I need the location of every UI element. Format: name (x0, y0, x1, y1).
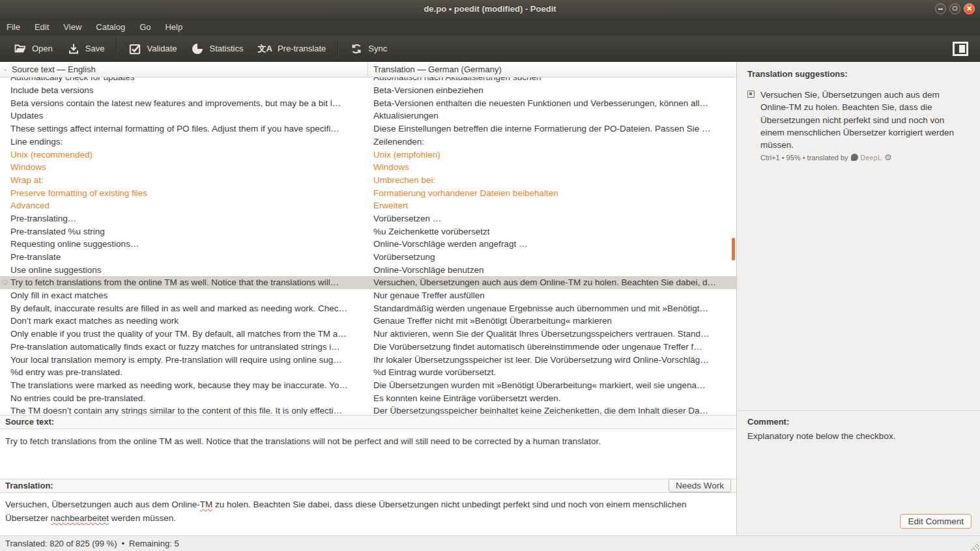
source-cell: Only fill in exact matches (10, 289, 368, 302)
translation-cell: Ihr lokaler Übersetzungsspeicher ist lee… (368, 354, 736, 367)
row-marker (0, 135, 10, 148)
translation-cell: Es konnten keine Einträge vorübersetzt w… (368, 392, 736, 405)
row-marker (0, 251, 10, 264)
menu-help[interactable]: Help (158, 18, 190, 36)
table-row[interactable]: The translations were marked as needing … (0, 379, 736, 392)
table-row[interactable]: Wrap at:Umbrechen bei: (0, 174, 736, 187)
close-button[interactable]: ✕ (964, 3, 975, 14)
source-cell: Preserve formatting of existing files (10, 187, 368, 200)
menu-go[interactable]: Go (132, 18, 158, 36)
source-cell: Beta versions contain the latest new fea… (10, 97, 368, 110)
translation-cell: Unix (empfohlen) (368, 148, 736, 162)
vertical-scrollbar-thumb[interactable] (732, 238, 735, 261)
row-marker (0, 161, 10, 174)
table-row[interactable]: UpdatesAktualisierungen (0, 109, 736, 122)
open-button[interactable]: Open (7, 39, 60, 59)
marker-column-header[interactable]: · (0, 64, 10, 74)
table-row[interactable]: Only enable if you trust the quality of … (0, 328, 736, 341)
source-cell: Your local translation memory is empty. … (10, 354, 368, 367)
table-row[interactable]: Pre-translated %u string%u Zeichenkette … (0, 225, 736, 238)
table-row[interactable]: %d entry was pre-translated.%d Eintrag w… (0, 366, 736, 379)
row-marker (0, 199, 10, 212)
row-marker (0, 78, 10, 84)
suggestions-panel: Translation suggestions: Versuchen Sie, … (737, 62, 980, 411)
statusbar: Translated: 820 of 825 (99 %) • Remainin… (0, 535, 980, 551)
source-cell: Don’t mark exact matches as needing work (10, 315, 368, 328)
source-cell: Requesting online suggestions… (10, 238, 368, 251)
table-row[interactable]: Your local translation memory is empty. … (0, 354, 736, 367)
maximize-button[interactable] (949, 3, 960, 14)
suggestion-item[interactable]: Versuchen Sie, Übersetzungen auch aus de… (747, 89, 971, 162)
menu-edit[interactable]: Edit (27, 18, 56, 36)
deepl-provider-label: DeepL (861, 154, 882, 162)
translation-cell: Die Übersetzungen wurden mit »Benötigt Ü… (368, 379, 736, 392)
menu-file[interactable]: File (4, 18, 27, 36)
row-marker (0, 392, 10, 405)
table-row[interactable]: Line endings:Zeilenenden: (0, 135, 736, 148)
row-marker (0, 404, 10, 415)
sync-button[interactable]: Sync (343, 39, 394, 59)
table-row[interactable]: Don’t mark exact matches as needing work… (0, 315, 736, 328)
source-cell: Pre-translation automatically finds exac… (10, 341, 368, 354)
translation-cell: Automatisch nach Aktualisierungen suchen (368, 78, 736, 84)
suggestion-meta-text: Ctrl+1 • 95% • translated by (760, 154, 848, 162)
table-row[interactable]: Preserve formatting of existing filesFor… (0, 187, 736, 200)
table-row[interactable]: Requesting online suggestions…Online-Vor… (0, 238, 736, 251)
table-row[interactable]: These settings affect internal formattin… (0, 122, 736, 135)
source-cell: By default, inaccurate results are fille… (10, 302, 368, 315)
translation-label-bar: Translation: Needs Work (0, 479, 736, 493)
source-column-header[interactable]: Source text — English (10, 62, 368, 77)
save-button[interactable]: Save (60, 39, 112, 59)
row-marker (0, 276, 10, 289)
translation-text-segment: Versuchen, Übersetzungen auch aus dem On… (5, 500, 200, 509)
statistics-button[interactable]: Statistics (184, 39, 250, 59)
menu-catalog[interactable]: Catalog (89, 18, 132, 36)
translation-cell: Nur genaue Treffer ausfüllen (368, 289, 736, 302)
source-cell: Include beta versions (10, 84, 368, 97)
table-row[interactable]: No entries could be pre-translated.Es ko… (0, 392, 736, 405)
translation-cell: Erweitert (368, 199, 736, 212)
translation-cell: Versuchen, Übersetzungen auch aus dem On… (368, 276, 736, 289)
table-row[interactable]: Beta versions contain the latest new fea… (0, 97, 736, 110)
gear-icon[interactable]: ⚙ (884, 153, 892, 162)
sidebar-toggle-button[interactable] (953, 42, 968, 56)
needs-work-button[interactable]: Needs Work (669, 479, 731, 492)
resize-grip[interactable] (970, 541, 979, 550)
table-row[interactable]: Pre-translating…Vorübersetzen … (0, 212, 736, 225)
translation-cell: Die Vorübersetzung findet automatisch üb… (368, 341, 736, 354)
table-row[interactable]: Only fill in exact matchesNur genaue Tre… (0, 289, 736, 302)
minimize-button[interactable] (935, 3, 946, 14)
menu-view[interactable]: View (56, 18, 89, 36)
row-marker (0, 187, 10, 200)
translation-column-header[interactable]: Translation — German (Germany) (368, 64, 736, 74)
translation-cell: Nur aktivieren, wenn Sie der Qualität Ih… (368, 328, 736, 341)
suggestion-bullet-icon (747, 91, 755, 98)
toolbar: Open Save Validate Statistics 文A Pre-tra… (0, 36, 980, 62)
source-text-label-bar: Source text: (0, 415, 736, 429)
source-cell: Pre-translate (10, 251, 368, 264)
translation-editor[interactable]: Versuchen, Übersetzungen auch aus dem On… (0, 493, 736, 535)
source-cell: Automatically check for updates (10, 78, 368, 84)
table-row[interactable]: AdvancedErweitert (0, 199, 736, 212)
row-marker (0, 174, 10, 187)
translation-cell: Vorübersetzung (368, 251, 736, 264)
poedit-window: de.po • poedit (modified) - Poedit ✕ Fil… (0, 0, 980, 551)
pretranslate-button[interactable]: 文A Pre-translate (250, 40, 333, 58)
table-row[interactable]: Pre-translation automatically finds exac… (0, 341, 736, 354)
table-row[interactable]: Use online suggestionsOnline-Vorschläge … (0, 264, 736, 277)
validate-button[interactable]: Validate (121, 39, 184, 59)
status-remaining: Remaining: 5 (129, 539, 179, 548)
table-row[interactable]: By default, inaccurate results are fille… (0, 302, 736, 315)
table-row[interactable]: Include beta versionsBeta-Versionen einb… (0, 84, 736, 97)
table-row[interactable]: The TM doesn’t contain any strings simil… (0, 404, 736, 415)
rows-viewport: Automatically check for updatesAutomatis… (0, 78, 736, 415)
table-row[interactable]: Pre-translateVorübersetzung (0, 251, 736, 264)
edit-comment-button[interactable]: Edit Comment (900, 514, 972, 529)
table-row[interactable]: Try to fetch translations from the onlin… (0, 276, 736, 289)
table-row[interactable]: Unix (recommended)Unix (empfohlen) (0, 148, 736, 162)
row-marker (0, 212, 10, 225)
table-row[interactable]: Automatically check for updatesAutomatis… (0, 78, 736, 84)
source-cell: Try to fetch translations from the onlin… (10, 276, 368, 289)
table-row[interactable]: WindowsWindows (0, 161, 736, 174)
translation-cell: %d Eintrag wurde vorübersetzt. (368, 366, 736, 379)
